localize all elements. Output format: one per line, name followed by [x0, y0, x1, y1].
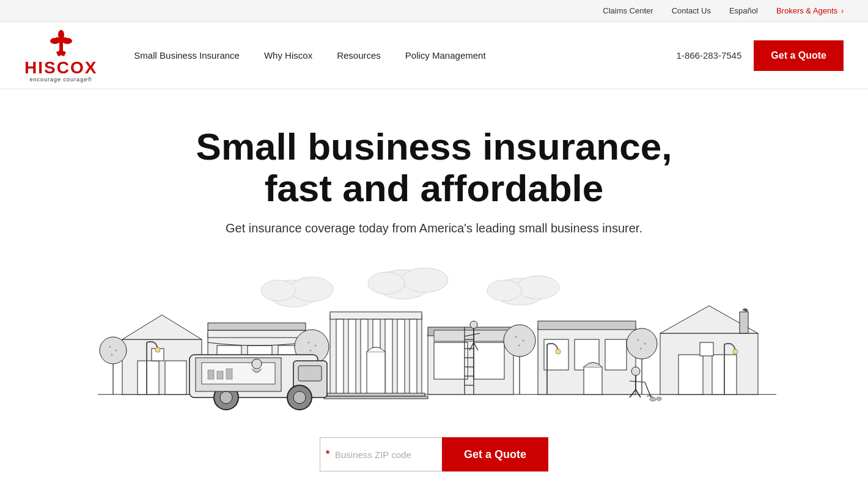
- hero-illustration: .il { fill: none; stroke: #222; stroke-w…: [0, 254, 868, 413]
- svg-rect-37: [324, 396, 428, 399]
- svg-rect-77: [740, 312, 748, 333]
- svg-point-92: [155, 347, 160, 352]
- hero-headline: Small business insurance, fast and affor…: [24, 126, 844, 209]
- svg-rect-65: [538, 321, 636, 330]
- svg-point-87: [252, 359, 262, 369]
- svg-point-14: [111, 354, 113, 356]
- nav-policy-management[interactable]: Policy Management: [405, 50, 486, 61]
- svg-point-107: [261, 280, 295, 301]
- svg-point-12: [109, 346, 111, 348]
- svg-point-70: [644, 343, 646, 345]
- logo-text: HISCOX: [24, 59, 97, 76]
- get-quote-nav-button[interactable]: Get a Quote: [754, 40, 844, 71]
- zip-input-wrapper: *: [320, 437, 442, 471]
- svg-rect-27: [330, 312, 422, 319]
- nav-why-hiscox[interactable]: Why Hiscox: [264, 50, 312, 61]
- logo-tagline: encourage courage®: [30, 76, 92, 83]
- svg-point-13: [116, 350, 117, 352]
- svg-rect-80: [298, 366, 322, 381]
- svg-rect-90: [226, 369, 232, 379]
- svg-point-11: [100, 337, 127, 364]
- svg-line-101: [636, 390, 641, 398]
- svg-rect-40: [474, 342, 504, 379]
- svg-rect-8: [165, 361, 186, 394]
- svg-point-109: [402, 268, 448, 292]
- svg-rect-88: [208, 370, 214, 379]
- svg-rect-76: [700, 342, 713, 356]
- hero-subtext: Get insurance coverage today from Americ…: [24, 221, 844, 235]
- svg-marker-6: [122, 315, 202, 339]
- street-illustration-svg: .il { fill: none; stroke: #222; stroke-w…: [0, 254, 868, 413]
- required-star: *: [326, 449, 329, 460]
- hiscox-logo-icon: [46, 29, 76, 59]
- brokers-agents-link[interactable]: Brokers & Agents ›: [776, 6, 844, 15]
- contact-us-link[interactable]: Contact Us: [672, 6, 711, 15]
- svg-point-24: [315, 345, 317, 347]
- get-quote-form-button[interactable]: Get a Quote: [442, 437, 548, 471]
- hero-section: Small business insurance, fast and affor…: [0, 89, 868, 235]
- claims-center-link[interactable]: Claims Center: [603, 6, 653, 15]
- quote-form-row: * Get a Quote: [320, 437, 548, 471]
- svg-rect-39: [434, 342, 468, 379]
- svg-point-110: [368, 272, 405, 294]
- logo[interactable]: HISCOX encourage courage®: [24, 29, 97, 83]
- svg-rect-34: [410, 319, 417, 394]
- svg-rect-74: [679, 355, 703, 394]
- svg-rect-29: [348, 319, 356, 394]
- svg-point-51: [470, 321, 477, 328]
- nav-right: 1-866-283-7545 Get a Quote: [677, 40, 844, 71]
- svg-point-68: [627, 328, 657, 359]
- nav-links: Small Business Insurance Why Hiscox Reso…: [134, 50, 676, 61]
- svg-point-23: [308, 342, 310, 344]
- svg-rect-7: [138, 361, 159, 394]
- svg-point-112: [517, 276, 559, 299]
- svg-point-97: [631, 367, 640, 375]
- chevron-right-icon: ›: [841, 7, 844, 15]
- svg-point-71: [640, 348, 642, 350]
- svg-rect-19: [208, 330, 306, 338]
- zip-code-input[interactable]: [320, 437, 442, 471]
- svg-point-104: [657, 397, 661, 401]
- nav-small-business-insurance[interactable]: Small Business Insurance: [134, 50, 240, 61]
- svg-rect-32: [385, 319, 392, 394]
- svg-point-113: [487, 280, 521, 301]
- top-bar: Claims Center Contact Us Español Brokers…: [0, 0, 868, 22]
- phone-number: 1-866-283-7545: [677, 50, 742, 61]
- svg-point-58: [515, 336, 517, 338]
- svg-point-59: [523, 340, 524, 342]
- svg-point-25: [310, 350, 312, 352]
- quote-form-area: * Get a Quote Retrieve a quote: [0, 413, 868, 477]
- svg-rect-66: [584, 367, 602, 394]
- svg-point-82: [220, 391, 232, 404]
- svg-point-96: [733, 349, 738, 354]
- svg-rect-89: [217, 371, 223, 379]
- svg-rect-33: [397, 319, 405, 394]
- svg-point-84: [293, 391, 306, 404]
- svg-rect-20: [208, 323, 306, 330]
- svg-rect-36: [327, 393, 425, 396]
- svg-line-102: [645, 382, 651, 398]
- main-nav: HISCOX encourage courage® Small Business…: [0, 22, 868, 89]
- svg-rect-64: [605, 339, 627, 370]
- svg-point-103: [650, 398, 656, 401]
- svg-rect-28: [336, 319, 344, 394]
- svg-point-57: [504, 325, 535, 357]
- nav-resources[interactable]: Resources: [337, 50, 381, 61]
- svg-point-69: [638, 339, 639, 341]
- svg-point-60: [518, 345, 520, 347]
- svg-point-94: [556, 349, 561, 354]
- svg-point-106: [290, 277, 333, 301]
- espanol-link[interactable]: Español: [729, 6, 758, 15]
- svg-rect-35: [367, 352, 385, 394]
